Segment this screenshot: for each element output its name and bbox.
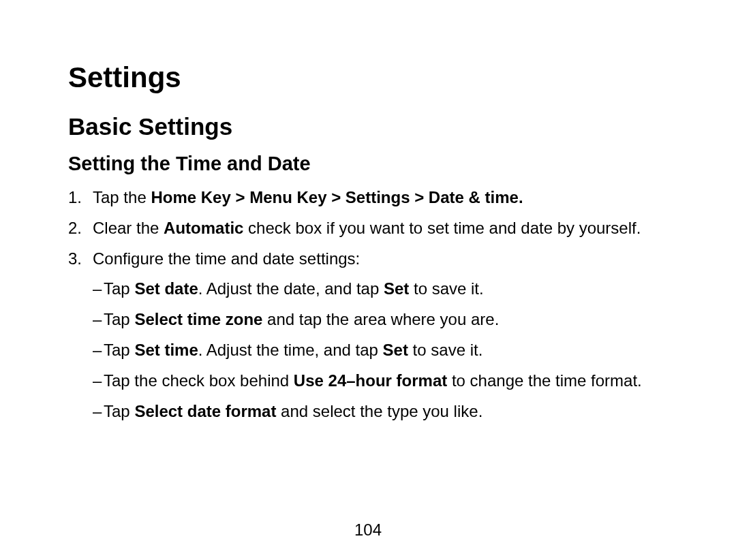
step-bold: Home Key > Menu Key > Settings > Date & … — [151, 188, 523, 206]
substep-bold: Set date — [134, 279, 198, 298]
substep-text: . Adjust the time, and tap — [198, 341, 383, 359]
substep-text: and select the type you like. — [276, 402, 482, 420]
substep-3: Tap Set time. Adjust the time, and tap S… — [93, 339, 668, 362]
substep-text: to save it. — [408, 341, 482, 359]
substep-1: Tap Set date. Adjust the date, and tap S… — [93, 277, 668, 301]
step-3: Configure the time and date settings: Ta… — [68, 247, 668, 424]
substep-bold: Set — [384, 279, 409, 298]
step-text: check box if you want to set time and da… — [243, 219, 641, 237]
substep-text: Tap — [104, 279, 134, 298]
substep-text: Tap — [104, 341, 134, 359]
substep-text: Tap — [104, 402, 134, 420]
step-2: Clear the Automatic check box if you wan… — [68, 217, 668, 240]
substep-2: Tap Select time zone and tap the area wh… — [93, 308, 668, 332]
substep-text: Tap — [104, 310, 134, 328]
substep-bold: Set — [383, 341, 408, 359]
step-bold: Automatic — [164, 219, 243, 237]
substep-bold: Select date format — [134, 402, 276, 420]
substep-bold: Use 24–hour format — [294, 371, 447, 390]
step-1: Tap the Home Key > Menu Key > Settings >… — [68, 186, 668, 210]
substep-bold: Select time zone — [134, 310, 262, 328]
substep-text: to change the time format. — [447, 371, 641, 390]
section-title: Basic Settings — [68, 113, 668, 140]
substep-text: and tap the area where you are. — [262, 310, 499, 328]
page-title: Settings — [68, 61, 668, 94]
page-number: 104 — [0, 520, 736, 540]
step-text: Clear the — [93, 219, 164, 237]
step-text: Tap the — [93, 188, 151, 206]
steps-list: Tap the Home Key > Menu Key > Settings >… — [68, 186, 668, 423]
substep-text: . Adjust the date, and tap — [198, 279, 384, 298]
substep-5: Tap Select date format and select the ty… — [93, 400, 668, 424]
substep-bold: Set time — [134, 341, 198, 359]
step-intro: Configure the time and date settings: — [93, 249, 360, 268]
substep-text: Tap the check box behind — [104, 371, 294, 390]
substep-4: Tap the check box behind Use 24–hour for… — [93, 369, 668, 393]
subsection-title: Setting the Time and Date — [68, 153, 668, 175]
substeps-list: Tap Set date. Adjust the date, and tap S… — [93, 277, 668, 423]
substep-text: to save it. — [409, 279, 483, 298]
